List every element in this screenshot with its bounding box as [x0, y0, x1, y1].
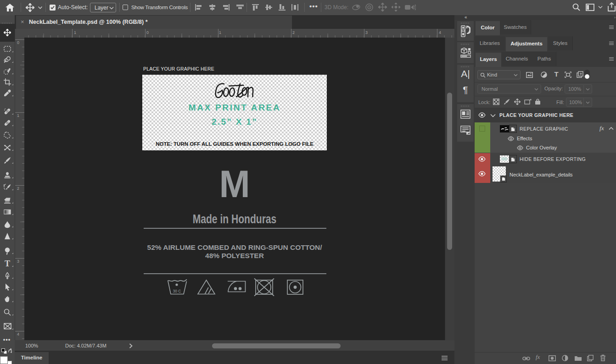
svg-text:30 C: 30 C	[173, 289, 181, 293]
